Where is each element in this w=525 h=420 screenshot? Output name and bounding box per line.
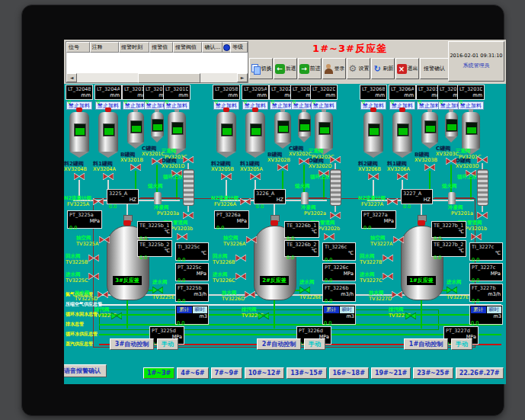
back-icon: ←: [275, 64, 285, 74]
n2-flow-valve-icon[interactable]: [240, 198, 251, 205]
n2-flow-valve-icon[interactable]: [387, 198, 398, 205]
tank-outlet-valve-icon[interactable]: [74, 173, 85, 180]
toolbar-button-forward[interactable]: →前进: [298, 58, 322, 79]
three-way-valve-icon[interactable]: [330, 156, 341, 163]
page-nav-button-6[interactable]: 19#~21#: [371, 367, 411, 379]
tank-level-indicator: [299, 119, 311, 132]
alarm-column-5[interactable]: 确认...: [202, 42, 222, 53]
reactor-valve-icon[interactable]: [393, 236, 404, 243]
alarm-column-6[interactable]: 等级: [230, 42, 248, 53]
toolbar-button-settings[interactable]: ⚙设置: [347, 58, 370, 79]
reactor-valve-icon[interactable]: [383, 273, 393, 280]
tank-outlet-valve-icon[interactable]: [424, 164, 435, 171]
reactor-valve-icon[interactable]: [245, 291, 255, 298]
reactor-valve-icon[interactable]: [383, 255, 393, 261]
page-nav-button-4[interactable]: 13#~15#: [287, 367, 326, 379]
toolbar-button-none[interactable]: 报警确认: [420, 58, 449, 79]
condensate-valve-icon[interactable]: [477, 212, 488, 219]
flow-totalizer: 累计瞬时m30.0: [469, 305, 503, 325]
totalizer-instant-button[interactable]: 瞬时: [193, 306, 208, 313]
reactor-flow-display: FT_3226bm3/h0.0: [322, 284, 356, 302]
alarm-column-3[interactable]: 报警值: [149, 42, 173, 53]
manual-button[interactable]: 手动: [304, 338, 325, 350]
instrument-tag-label: PT_3225c: [178, 265, 206, 271]
totalizer-total-button[interactable]: 累计: [471, 306, 486, 313]
reactor-inlet-valve-icon[interactable]: [447, 287, 457, 293]
reactor-valve-icon[interactable]: [98, 291, 108, 298]
instrument-value: 0: [440, 99, 443, 105]
tank-outlet-valve-icon[interactable]: [250, 173, 261, 180]
alarm-scrollbar[interactable]: ◄ ►: [66, 73, 248, 82]
auto-control-button[interactable]: 2#自动控制: [257, 338, 301, 350]
reactor-drain-valve-icon[interactable]: [258, 313, 269, 319]
reactor-drain-valve-icon[interactable]: [405, 313, 416, 319]
instrument-value: 0.0: [69, 225, 77, 231]
condensate-valve-icon[interactable]: [183, 212, 194, 219]
instrument-tag-label: TE_3226b_2: [287, 242, 317, 248]
tank-outlet-valve-icon[interactable]: [130, 164, 141, 171]
tank-outlet-valve-icon[interactable]: [103, 173, 114, 180]
tank-outlet-valve-icon[interactable]: [446, 158, 456, 165]
tank-outlet-valve-icon[interactable]: [221, 173, 232, 180]
tank-nozzle: [427, 109, 432, 112]
reactor-valve-icon[interactable]: [235, 273, 246, 280]
tank-outlet-valve-icon[interactable]: [368, 173, 379, 180]
auto-control-button[interactable]: 3#自动控制: [110, 338, 154, 350]
toolbar-button-label: 登录: [335, 65, 345, 72]
manual-button[interactable]: 手动: [451, 338, 472, 350]
toolbar-button-login[interactable]: 登录: [322, 58, 346, 79]
page-nav-button-3[interactable]: 10#~12#: [245, 367, 284, 379]
reactor-drain-valve-icon[interactable]: [111, 313, 122, 319]
tank-outlet-valve-icon[interactable]: [299, 158, 309, 165]
page-nav-button-0[interactable]: 1#~3#: [143, 367, 174, 379]
instrument-unit: MPa: [237, 218, 247, 224]
scroll-right-arrow-icon[interactable]: ►: [237, 73, 248, 82]
instrument-tag-label: PT_3226c: [325, 265, 354, 271]
page-nav-button-7[interactable]: 23#~25#: [413, 367, 453, 379]
instrument-value: 0.0: [325, 298, 332, 304]
auto-control-button[interactable]: 1#自动控制: [404, 338, 448, 350]
alarm-column-0[interactable]: 位号: [66, 42, 90, 53]
tank-outlet-valve-icon[interactable]: [152, 158, 162, 165]
page-nav-button-5[interactable]: 16#~18#: [329, 367, 369, 379]
toolbar-button-back[interactable]: ←后退: [274, 58, 297, 79]
scroll-left-arrow-icon[interactable]: ◄: [66, 73, 77, 82]
feed-tank-cone: [392, 152, 412, 158]
toolbar-button-refresh[interactable]: ↻刷新: [371, 58, 395, 79]
alarm-column-4[interactable]: 报警阀值: [173, 42, 202, 53]
totalizer-total-button[interactable]: 累计: [324, 306, 339, 313]
scrollbar-track[interactable]: [77, 73, 237, 82]
toolbar-button-exit[interactable]: ×退出: [395, 58, 419, 79]
scrollbar-thumb[interactable]: [138, 73, 200, 83]
page-nav-button-2[interactable]: 7#~9#: [211, 367, 242, 379]
condensate-valve-icon[interactable]: [330, 212, 341, 219]
three-way-valve-icon[interactable]: [477, 156, 488, 163]
n2-flow-valve-icon[interactable]: [93, 198, 104, 205]
alarm-column-1[interactable]: 注释: [90, 42, 119, 53]
reactor-inlet-valve-tag: TV3227E: [447, 294, 469, 300]
emergency-line-valve-icon[interactable]: [471, 233, 482, 240]
voice-alarm-ack-button[interactable]: 语音报警确认: [64, 364, 107, 377]
reactor-valve-icon[interactable]: [99, 236, 110, 243]
three-way-valve-icon[interactable]: [183, 156, 194, 163]
manual-button[interactable]: 手动: [157, 338, 178, 350]
totalizer-total-button[interactable]: 累计: [177, 306, 192, 313]
reactor-valve-icon[interactable]: [88, 273, 99, 280]
toolbar-button-switch[interactable]: 切换: [249, 58, 273, 79]
tank-outlet-valve-icon[interactable]: [277, 164, 288, 171]
totalizer-instant-button[interactable]: 瞬时: [340, 306, 355, 313]
alarm-column-2[interactable]: 报警时刻: [119, 42, 149, 53]
instrument-value: 0.0: [325, 257, 332, 263]
emergency-line-valve-icon[interactable]: [177, 233, 187, 240]
totalizer-instant-button[interactable]: 瞬时: [487, 306, 502, 313]
reactor-valve-icon[interactable]: [235, 255, 246, 261]
reactor-inlet-valve-icon[interactable]: [152, 287, 163, 293]
reactor-valve-icon[interactable]: [392, 291, 402, 298]
reactor-valve-icon[interactable]: [246, 236, 257, 243]
page-nav-button-8[interactable]: 22.26#.27#: [456, 367, 504, 379]
tank-outlet-valve-icon[interactable]: [397, 173, 408, 180]
reactor-inlet-valve-icon[interactable]: [299, 287, 310, 293]
emergency-line-valve-icon[interactable]: [324, 233, 335, 240]
reactor-valve-icon[interactable]: [88, 255, 99, 261]
page-nav-button-1[interactable]: 4#~6#: [177, 367, 208, 379]
